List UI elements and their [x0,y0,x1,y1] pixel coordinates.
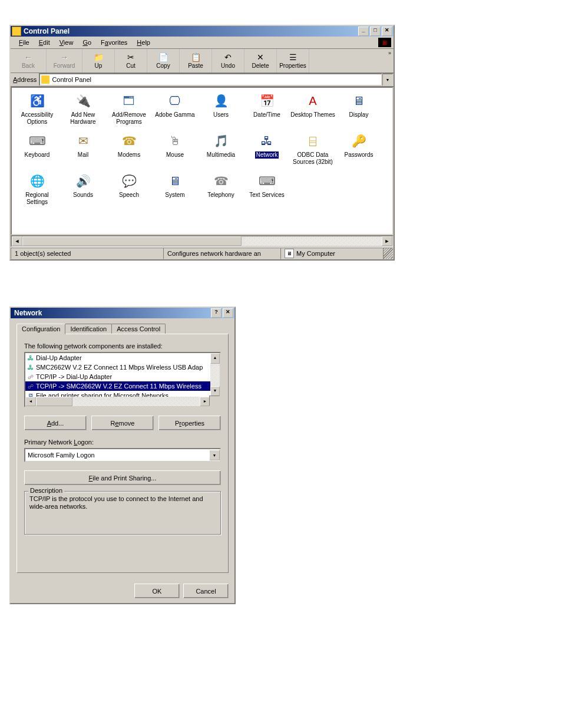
list-vertical-scrollbar[interactable]: ▲ ▼ [210,353,220,397]
cp-icon-add-new-hardware[interactable]: 🔌Add New Hardware [60,91,106,126]
maximize-button[interactable]: □ [370,27,381,36]
paste-button[interactable]: 📋 Paste [180,49,212,73]
cp-icon-display[interactable]: 🖥Display [336,91,382,126]
description-group: Description TCP/IP is the protocol you u… [24,491,221,535]
dialog-titlebar[interactable]: Network ? ✕ [11,308,234,318]
back-button[interactable]: ← Back [11,49,47,73]
component-icon: ☍ [27,373,35,381]
cp-icon-keyboard[interactable]: ⌨Keyboard [14,131,60,166]
cp-icon-odbc-data-sources-32bit-[interactable]: ⌸ODBC Data Sources (32bit) [290,131,336,166]
delete-button[interactable]: ✕ Delete [244,49,277,73]
back-arrow-icon: ← [24,53,32,61]
file-print-sharing-button[interactable]: File and Print Sharing... [24,470,221,485]
component-item[interactable]: ☍TCP/IP -> Dial-Up Adapter [25,372,210,381]
component-item[interactable]: ☍TCP/IP -> SMC2662W V.2 EZ Connect 11 Mb… [25,381,210,391]
cp-icon-modems[interactable]: ☎Modems [106,131,152,166]
icon-label: Date/Time [253,111,280,118]
cut-button[interactable]: ✂ Cut [115,49,147,73]
menu-favorites[interactable]: Favorites [96,38,132,47]
list-horizontal-scrollbar[interactable]: ◄ ► [25,397,210,406]
cp-icon-sounds[interactable]: 🔊Sounds [60,172,106,206]
cp-icon-adobe-gamma[interactable]: 🖵Adobe Gamma [152,91,198,126]
menu-file[interactable]: File [14,38,34,47]
cp-icon-telephony[interactable]: ☎Telephony [198,172,244,206]
logon-value: Microsoft Family Logon [28,452,95,459]
icon-label: Regional Settings [14,192,60,206]
menu-go[interactable]: Go [78,38,96,47]
cp-icon-multimedia[interactable]: 🎵Multimedia [198,131,244,166]
app-icon: 🔑 [349,131,368,150]
cp-icon-date-time[interactable]: 📅Date/Time [244,91,290,126]
list-scroll-track[interactable] [72,397,200,406]
list-scroll-left[interactable]: ◄ [25,397,36,406]
app-icon: 🔌 [74,91,92,110]
list-scroll-thumb[interactable] [36,397,72,406]
component-item[interactable]: 🖥File and printer sharing for Microsoft … [25,391,210,397]
menu-view[interactable]: View [55,38,78,47]
cp-icon-add-remove-programs[interactable]: 🗔Add/Remove Programs [106,91,152,126]
cp-icon-speech[interactable]: 💬Speech [106,172,152,206]
cp-icon-users[interactable]: 👤Users [198,91,244,126]
tab-access-control[interactable]: Access Control [111,324,166,334]
vscroll-track[interactable] [210,364,220,386]
tab-configuration[interactable]: Configuration [16,324,65,334]
undo-button[interactable]: ↶ Undo [212,49,244,73]
app-icon: 🔊 [74,172,92,190]
address-input[interactable]: Control Panel [39,73,382,86]
scroll-up-button[interactable]: ▲ [210,353,220,364]
cp-icon-system[interactable]: 🖥System [152,172,198,206]
toolbar-overflow-icon[interactable]: » [388,50,391,56]
icon-label: Display [349,111,369,118]
app-icon: 🖱 [166,131,184,150]
component-properties-button[interactable]: Properties [158,416,221,430]
tab-identification[interactable]: Identification [65,324,112,334]
toolbar-label: Undo [221,62,235,69]
menu-edit[interactable]: Edit [34,38,55,47]
address-dropdown-button[interactable]: ▼ [382,73,394,86]
status-zone: 🖥 My Computer [280,248,383,259]
status-zone-text: My Computer [296,250,335,257]
cp-icon-mouse[interactable]: 🖱Mouse [152,131,198,166]
add-button[interactable]: Add... [24,416,87,430]
cp-icon-desktop-themes[interactable]: ADesktop Themes [290,91,336,126]
control-panel-window: Control Panel _ □ ✕ File Edit View Go Fa… [9,25,395,261]
up-button[interactable]: 📁 Up [82,49,115,73]
primary-logon-dropdown[interactable]: Microsoft Family Logon ▼ [24,448,221,462]
components-list[interactable]: 🖧Dial-Up Adapter🖧SMC2662W V.2 EZ Connect… [24,352,221,407]
toolbar-label: Back [22,62,35,69]
scroll-thumb[interactable] [22,236,242,246]
scroll-track[interactable] [242,236,382,246]
dialog-close-button[interactable]: ✕ [223,308,233,318]
cp-icon-text-services[interactable]: ⌨Text Services [244,172,290,206]
menu-help[interactable]: Help [132,38,155,47]
icon-label: Desktop Themes [290,111,335,118]
description-text: TCP/IP is the protocol you use to connec… [29,495,216,510]
cp-icon-network[interactable]: 🖧Network [244,131,290,166]
ok-button[interactable]: OK [134,584,180,598]
component-icon: 🖥 [27,391,35,397]
icon-label: Add New Hardware [60,111,106,126]
address-value: Control Panel [52,76,91,83]
resize-grip[interactable] [383,248,394,259]
cp-icon-regional-settings[interactable]: 🌐Regional Settings [14,172,60,206]
component-item[interactable]: 🖧Dial-Up Adapter [25,353,210,363]
component-item[interactable]: 🖧SMC2662W V.2 EZ Connect 11 Mbps Wireles… [25,363,210,372]
cp-icon-passwords[interactable]: 🔑Passwords [336,131,382,166]
help-button[interactable]: ? [211,308,222,318]
titlebar[interactable]: Control Panel _ □ ✕ [11,26,394,37]
cp-icon-accessibility-options[interactable]: ♿Accessibility Options [14,91,60,126]
horizontal-scrollbar[interactable]: ◄ ► [11,235,394,247]
icon-label: Text Services [249,192,284,199]
cancel-button[interactable]: Cancel [183,584,229,598]
properties-button[interactable]: ☰ Properties [277,49,309,73]
close-button[interactable]: ✕ [382,27,392,36]
paste-icon: 📋 [191,53,201,61]
copy-button[interactable]: 📄 Copy [147,49,180,73]
forward-button[interactable]: → Forward [47,49,82,73]
minimize-button[interactable]: _ [358,27,369,36]
scroll-right-button[interactable]: ► [382,236,392,246]
icon-label: Sounds [73,192,93,199]
cp-icon-mail[interactable]: ✉Mail [60,131,106,166]
remove-button[interactable]: Remove [91,416,154,430]
scroll-left-button[interactable]: ◄ [12,236,22,246]
